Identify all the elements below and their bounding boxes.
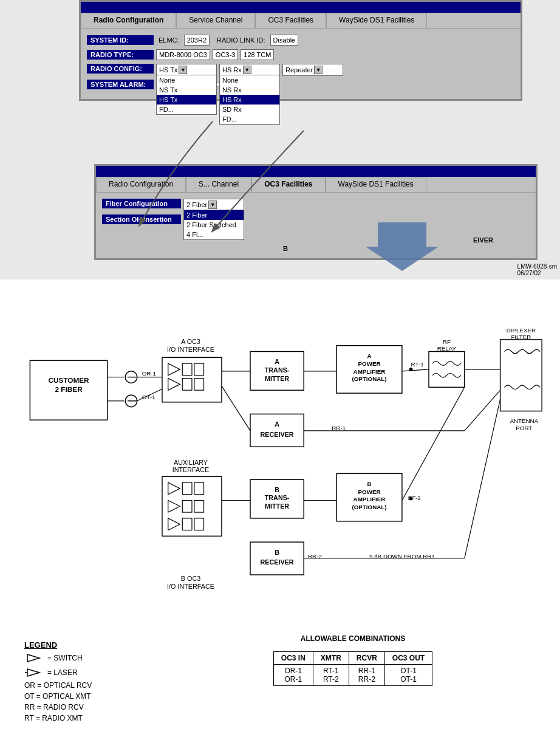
a-power-label1: A (367, 352, 371, 359)
legend-rr-text: RR = RADIO RCV (24, 703, 84, 712)
tx-dropdown-container: HS Tx ▼ None NS Tx HS Tx FD... (156, 64, 217, 76)
tx-arrow-icon[interactable]: ▼ (179, 66, 187, 74)
rx-opt-sdrx[interactable]: SD Rx (220, 105, 279, 114)
system-alarm-label: SYSTEM ALARM: (87, 80, 154, 89)
tx-opt-nstx[interactable]: NS Tx (157, 85, 216, 95)
radio-type-val1: MDR-8000 OC3 (156, 49, 210, 60)
repeater-arrow-icon[interactable]: ▼ (314, 66, 323, 74)
tx-opt-hstx[interactable]: HS Tx (157, 95, 216, 105)
elmc-value[interactable]: 203R2 (184, 35, 210, 46)
system-id-row: SYSTEM ID: ELMC: 203R2 RADIO LINK ID: Di… (87, 35, 514, 46)
tab2-oc3-facilities[interactable]: OC3 Facilities (251, 177, 325, 192)
dot-rt1 (409, 368, 413, 371)
a-recv-label2: RECEIVER (261, 431, 294, 438)
tab2-service-channel[interactable]: S... Channel (186, 177, 251, 192)
b-trans-label2: TRANS- (265, 495, 290, 502)
a-recv-label1: A (275, 420, 279, 428)
dialog-content-2: Fiber Configuration 2 Fiber ▼ 2 Fiber 2 … (96, 193, 536, 258)
title-bar-1 (81, 2, 521, 13)
dialog-window-1: Radio Configuration Service Channel OC3 … (79, 0, 522, 101)
radio-type-row: RADIO TYPE: MDR-8000 OC3 OC3-3 128 TCM (87, 49, 514, 60)
antenna-label2: PORT (516, 425, 532, 431)
rx-opt-hsrx[interactable]: HS Rx (220, 95, 279, 105)
line-dipl-brec (465, 399, 500, 558)
fiber-opt-2fiber-switched[interactable]: 2 Fiber Switched (184, 220, 244, 230)
ot1-label: OT-1 (142, 394, 155, 400)
table-row-1: OR-1OR-1 RT-1RT-2 RR-1RR-2 OT-1OT-1 (273, 665, 432, 686)
receiver-hint: EIVER (102, 236, 530, 244)
b-power-label2: POWER (358, 489, 380, 495)
b-power-label3: AMPLIFIER (353, 496, 386, 502)
a-power-label4: (OPTIONAL) (352, 376, 386, 383)
b-recv-label2: RECEIVER (261, 558, 294, 566)
legend-or-text: OR = OPTICAL RCV (24, 681, 92, 690)
legend-ot: OT = OPTICAL XMT (24, 692, 146, 701)
fiber-opt-2fiber[interactable]: 2 Fiber (184, 210, 244, 220)
diplexer-box (500, 340, 542, 411)
radio-link-value[interactable]: Disable (270, 35, 299, 46)
tab-radio-config[interactable]: Radio Configuration (81, 13, 176, 28)
repeater-dropdown-container: Repeater ▼ (282, 64, 343, 76)
a-power-label3: AMPLIFIER (353, 368, 386, 375)
lmw-label: LMW-6028-sm 06/27/02 (517, 263, 557, 276)
a-trans-label1: A (275, 358, 279, 365)
or1-label: OR-1 (142, 370, 156, 377)
rx-opt-nsrx[interactable]: NS Rx (220, 85, 279, 95)
fiber-config-dropdown[interactable]: 2 Fiber ▼ (183, 199, 244, 211)
legend-or: OR = OPTICAL RCV (24, 681, 146, 690)
tab2-radio-config[interactable]: Radio Configuration (96, 177, 186, 192)
laser-symbol (24, 667, 43, 679)
tab-wayside-ds1[interactable]: WaySide DS1 Facilities (326, 13, 427, 28)
rx-dropdown-list: None NS Rx HS Rx SD Rx FD... (219, 75, 280, 125)
tx-opt-none[interactable]: None (157, 75, 216, 85)
repeater-dropdown[interactable]: Repeater ▼ (282, 64, 343, 76)
customer-label-line1: CUSTOMER (49, 376, 90, 384)
legend-laser: = LASER (24, 667, 146, 679)
radio-type-val3: 128 TCM (241, 49, 274, 60)
fiber-config-value: 2 Fiber (186, 201, 207, 208)
radio-link-label: RADIO LINK ID: (214, 35, 267, 45)
rx-dropdown[interactable]: HS Rx ▼ (219, 64, 280, 76)
col-header-rcvr: RCVR (349, 652, 384, 665)
tx-dropdown[interactable]: HS Tx ▼ (156, 64, 217, 76)
tab2-wayside-ds1[interactable]: WaySide DS1 Facilities (326, 177, 426, 192)
rx-opt-fd2[interactable]: FD... (220, 114, 279, 124)
legend-laser-text: = LASER (47, 668, 78, 677)
tx-opt-fd[interactable]: FD... (157, 105, 216, 114)
tab-service-channel[interactable]: Service Channel (176, 13, 255, 28)
rx-opt-none[interactable]: None (220, 75, 279, 85)
legend-switch-text: = SWITCH (47, 654, 83, 662)
system-id-label: SYSTEM ID: (87, 35, 154, 45)
rx-dropdown-container: HS Rx ▼ None NS Rx HS Rx SD Rx FD... (219, 64, 280, 76)
a-power-label2: POWER (358, 360, 380, 367)
dot-rt2 (409, 497, 413, 501)
line-bpow-dipl (402, 387, 465, 500)
dialog-window-2: Radio Configuration S... Channel OC3 Fac… (94, 164, 538, 260)
a-trans-label3: MITTER (265, 375, 289, 382)
rx-arrow-icon[interactable]: ▼ (243, 66, 251, 74)
legend-rt: RT = RADIO XMT (24, 714, 146, 722)
col-header-oc3out: OC3 OUT (384, 652, 432, 665)
cell-oc3out-1: OT-1OT-1 (384, 665, 432, 686)
rf-relay-label1: RF (443, 338, 451, 345)
svg-marker-3 (27, 669, 39, 676)
rx-value: HS Rx (222, 66, 242, 74)
a-oc3-label-line1: A OC3 (181, 338, 200, 345)
lmw-date: 06/27/02 (517, 270, 557, 276)
tab-oc3-facilities[interactable]: OC3 Facilities (255, 13, 326, 28)
b-power-label4: (OPTIONAL) (352, 504, 386, 510)
dialog-content-1: SYSTEM ID: ELMC: 203R2 RADIO LINK ID: Di… (81, 29, 521, 99)
antenna-label1: ANTENNA (510, 417, 538, 424)
legend-section: LEGEND = SWITCH = LASER OR = OPTICAL RCV… (12, 640, 146, 722)
legend-title: LEGEND (24, 640, 146, 650)
col-header-xmtr: XMTR (313, 652, 349, 665)
fiber-config-label: Fiber Configuration (102, 199, 181, 208)
fiber-config-arrow-icon[interactable]: ▼ (208, 201, 217, 209)
diplexer-label1: DIPLEXER (507, 327, 536, 334)
fiber-opt-4fi[interactable]: 4 Fi... (184, 230, 244, 239)
elmc-label: ELMC: (156, 35, 182, 45)
aux-label1: AUXILIARY (174, 459, 208, 466)
rt1-label: RT-1 (411, 361, 424, 368)
b-trans-label3: MITTER (265, 502, 289, 510)
allowable-label: ALLOWABLE COMBINATIONS (301, 634, 405, 643)
